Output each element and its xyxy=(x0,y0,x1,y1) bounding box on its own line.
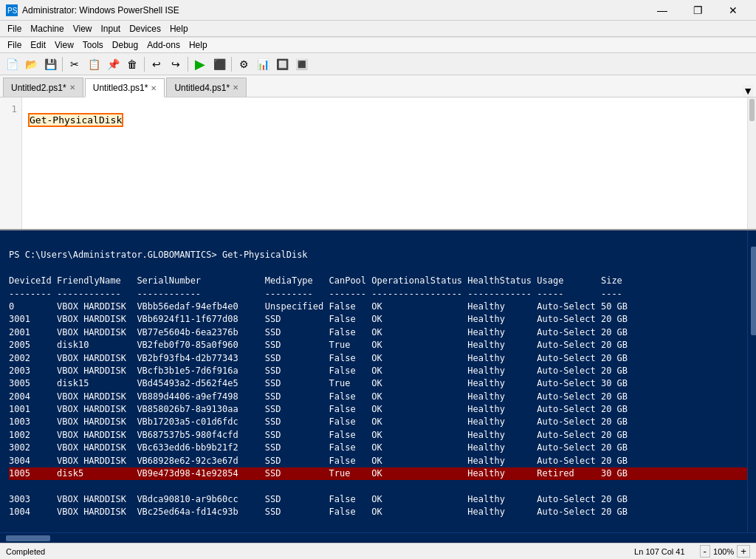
ise-menu-help[interactable]: Help xyxy=(185,38,212,52)
window-controls: — ❐ ✕ xyxy=(645,0,750,21)
cursor-position: Ln 107 Col 41 xyxy=(634,547,685,556)
vm-menu-machine[interactable]: Machine xyxy=(26,22,68,35)
console-row-3004: 3004 VBOX HARDDISK VB68928e62-92c3e67d S… xyxy=(9,456,628,466)
vm-menu-input[interactable]: Input xyxy=(97,22,126,35)
title-bar: PS Administrator: Windows PowerShell ISE… xyxy=(0,0,756,21)
status-bar: Completed Ln 107 Col 41 - 100% + xyxy=(0,543,756,559)
svg-text:PS: PS xyxy=(7,7,18,15)
toolbar-sep-1 xyxy=(62,57,63,72)
scroll-tabs-button[interactable]: ▼ xyxy=(743,85,753,97)
ise-menu-view[interactable]: View xyxy=(50,38,78,52)
ise-menu-debug[interactable]: Debug xyxy=(108,38,142,52)
console-row-2004: 2004 VBOX HARDDISK VB889d4406-a9ef7498 S… xyxy=(9,391,628,402)
console-row-1005-highlighted: 1005 disk5 VB9e473d98-41e92854 SSD True … xyxy=(9,467,747,480)
tab-close-icon[interactable]: ✕ xyxy=(69,83,75,92)
close-button[interactable]: ✕ xyxy=(716,0,750,21)
console-row-1004: 1004 VBOX HARDDISK VBc25ed64a-fd14c93b S… xyxy=(9,507,628,517)
stop-button[interactable]: ⬛ xyxy=(210,55,228,73)
ise-menu-addons[interactable]: Add-ons xyxy=(142,38,185,52)
tab-untitled2[interactable]: Untitled2.ps1* ✕ xyxy=(3,78,83,97)
ise-menu-file[interactable]: File xyxy=(3,38,26,52)
maximize-button[interactable]: ❐ xyxy=(681,0,715,21)
console-content[interactable]: PS C:\Users\Administrator.GLOBOMANTICS> … xyxy=(0,230,756,532)
console-scroll-thumb xyxy=(751,247,756,335)
console-row-3005: 3005 disk15 VBd45493a2-d562f4e5 SSD True… xyxy=(9,378,628,388)
console-area: PS C:\Users\Administrator.GLOBOMANTICS> … xyxy=(0,230,756,532)
redo-button[interactable]: ↪ xyxy=(167,55,185,73)
new-button[interactable]: 📄 xyxy=(3,55,21,73)
console-row-1001: 1001 VBOX HARDDISK VB858026b7-8a9130aa S… xyxy=(9,404,628,414)
vm-menu-file[interactable]: File xyxy=(3,22,26,35)
tab-label: Untitled2.ps1* xyxy=(11,83,66,93)
console-row-3002: 3002 VBOX HARDDISK VBc633edd6-bb9b21f2 S… xyxy=(9,442,628,453)
cut-button[interactable]: ✂ xyxy=(66,55,83,73)
editor-content[interactable]: Get-PhysicalDisk xyxy=(22,97,747,229)
ise-menu-edit[interactable]: Edit xyxy=(26,38,50,52)
undo-button[interactable]: ↩ xyxy=(148,55,165,73)
app-window: PS Administrator: Windows PowerShell ISE… xyxy=(0,0,756,559)
horizontal-scrollbar[interactable] xyxy=(0,532,756,543)
tab-close-icon[interactable]: ✕ xyxy=(151,84,157,92)
console-row-1003: 1003 VBOX HARDDISK VBb17203a5-c01d6fdc S… xyxy=(9,416,628,427)
console-row-2003: 2003 VBOX HARDDISK VBcfb3b1e5-7d6f916a S… xyxy=(9,366,628,376)
tab-label: Untitled3.ps1* xyxy=(93,83,148,93)
console-row-3003: 3003 VBOX HARDDISK VBdca90810-ar9b60cc S… xyxy=(9,494,628,504)
vm-menu-help[interactable]: Help xyxy=(165,22,193,35)
vm-menu-view[interactable]: View xyxy=(69,22,97,35)
zoom-out-button[interactable]: - xyxy=(700,545,710,558)
save-button[interactable]: 💾 xyxy=(41,55,59,73)
paste-button[interactable]: 📌 xyxy=(104,55,122,73)
toolbar-btn-7[interactable]: 🔲 xyxy=(273,55,291,73)
zoom-level: - 100% + xyxy=(700,545,750,558)
console-row-2005: 2005 disk10 VB2feb0f70-85a0f960 SSD True… xyxy=(9,340,628,350)
clear-button[interactable]: 🗑 xyxy=(123,55,141,73)
toolbar-sep-3 xyxy=(188,57,188,72)
tab-close-icon[interactable]: ✕ xyxy=(233,83,238,92)
run-button[interactable]: ▶ xyxy=(191,55,209,73)
console-row-3001: 3001 VBOX HARDDISK VBb6924f11-1f677d08 S… xyxy=(9,314,628,324)
zoom-value: 100% xyxy=(713,547,734,556)
h-scroll-thumb xyxy=(6,535,50,541)
console-header: DeviceId FriendlyName SerialNumber Media… xyxy=(9,275,622,286)
vm-menu-devices[interactable]: Devices xyxy=(125,22,165,35)
ise-menu-bar: File Edit View Tools Debug Add-ons Help xyxy=(0,37,756,53)
vm-menu-bar: File Machine View Input Devices Help xyxy=(0,21,756,37)
toolbar-btn-6[interactable]: 📊 xyxy=(254,55,272,73)
console-prompt-1: PS C:\Users\Administrator.GLOBOMANTICS> … xyxy=(9,250,308,260)
title-bar-text: Administrator: Windows PowerShell ISE xyxy=(22,5,179,16)
zoom-in-button[interactable]: + xyxy=(737,545,750,558)
editor-area: 1 Get-PhysicalDisk xyxy=(0,97,756,230)
tabs-bar: Untitled2.ps1* ✕ Untitled3.ps1* ✕ Untitl… xyxy=(0,75,756,97)
toolbar-sep-2 xyxy=(144,57,145,72)
status-text: Completed xyxy=(6,547,45,556)
console-row-2001: 2001 VBOX HARDDISK VB77e5604b-6ea2376b S… xyxy=(9,327,628,337)
copy-button[interactable]: 📋 xyxy=(85,55,103,73)
line-numbers: 1 xyxy=(0,97,22,229)
app-icon: PS xyxy=(6,4,18,16)
title-bar-left: PS Administrator: Windows PowerShell ISE xyxy=(6,4,179,16)
console-row-0: 0 VBOX HARDDISK VBbb56edaf-94efb4e0 Unsp… xyxy=(9,301,628,312)
minimize-button[interactable]: — xyxy=(645,0,679,21)
console-divider: -------- ------------ ------------ -----… xyxy=(9,289,622,299)
console-row-1002: 1002 VBOX HARDDISK VB687537b5-980f4cfd S… xyxy=(9,430,628,440)
console-scrollbar[interactable] xyxy=(747,230,756,532)
status-right: Ln 107 Col 41 - 100% + xyxy=(634,545,750,558)
toolbar-sep-4 xyxy=(231,57,232,72)
tab-label: Untitled4.ps1* xyxy=(174,83,230,93)
toolbar: 📄 📂 💾 ✂ 📋 📌 🗑 ↩ ↪ ▶ ⬛ ⚙ 📊 🔲 🔳 xyxy=(0,53,756,75)
open-button[interactable]: 📂 xyxy=(22,55,40,73)
toolbar-btn-5[interactable]: ⚙ xyxy=(235,55,252,73)
toolbar-btn-8[interactable]: 🔳 xyxy=(292,55,310,73)
tab-untitled4[interactable]: Untitled4.ps1* ✕ xyxy=(166,78,247,97)
tab-untitled3[interactable]: Untitled3.ps1* ✕ xyxy=(85,78,165,97)
code-line-1: Get-PhysicalDisk xyxy=(28,113,123,127)
ise-menu-tools[interactable]: Tools xyxy=(78,38,108,52)
console-row-2002: 2002 VBOX HARDDISK VB2bf93fb4-d2b77343 S… xyxy=(9,353,628,363)
editor-scrollbar[interactable] xyxy=(747,97,756,229)
line-number: 1 xyxy=(4,103,17,114)
scroll-thumb xyxy=(749,99,755,121)
